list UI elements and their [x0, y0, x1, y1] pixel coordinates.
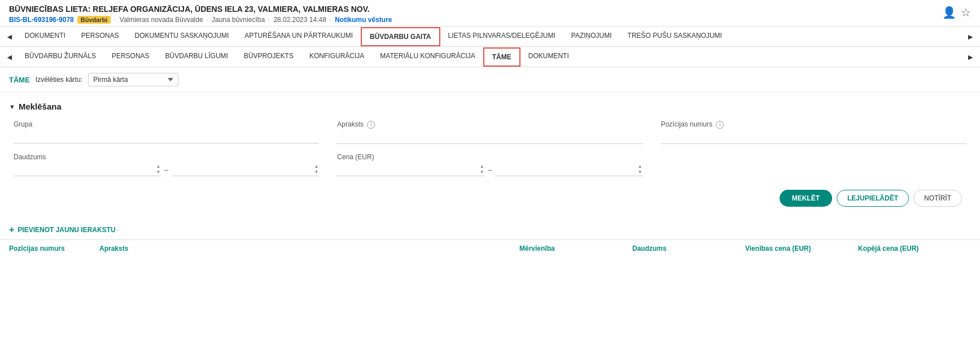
- cena-to-up[interactable]: ▲: [637, 164, 643, 169]
- nav-item-personas[interactable]: PERSONAS: [73, 27, 127, 46]
- pozicijas-numurs-input[interactable]: [661, 131, 966, 144]
- user-icon[interactable]: 👤: [942, 6, 956, 19]
- plus-icon: +: [9, 225, 14, 235]
- daudzums-from-spinner: ▲ ▼: [155, 164, 161, 175]
- search-section-toggle[interactable]: ▼ Meklēšana: [9, 102, 971, 111]
- subnav-item-buvprojekts[interactable]: BŪVPROJEKTS: [236, 47, 301, 67]
- th-daudzums: Daudzums: [632, 245, 745, 252]
- cena-range-row: ▲ ▼ – ▲ ▼: [337, 163, 642, 176]
- tame-karta-select[interactable]: Pirmā kārta Otrā kārta Trešā kārta: [88, 73, 178, 86]
- top-nav-next-arrow[interactable]: ►: [963, 32, 978, 41]
- nav-item-apturesa[interactable]: APTURĒŠANA UN PĀRTRAUKUMI: [237, 27, 361, 46]
- search-section: ▼ Meklēšana Grupa Apraksts i Pozīcijas n…: [0, 93, 980, 218]
- top-nav: ◄ DOKUMENTI PERSONAS DOKUMENTU SASKAŅOJU…: [0, 27, 980, 47]
- th-mervieniba: Mērvienība: [519, 245, 632, 252]
- page-title: BŪVNIECĪBAS LIETA: RELJEFA ORGANIZĀCIJA,…: [9, 5, 971, 14]
- subnav-item-buvdarbu-zurnals[interactable]: BŪVDARBU ŽURNĀLS: [17, 47, 104, 67]
- add-record-label: PIEVIENOT JAUNU IERAKSTU: [18, 226, 115, 234]
- subnav-item-konfiguracija[interactable]: KONFIGURĀCIJA: [301, 47, 372, 67]
- sub-nav-prev-arrow[interactable]: ◄: [2, 53, 17, 62]
- cena-from-wrap: ▲ ▼: [337, 163, 484, 176]
- case-link[interactable]: BIS-BL-693196-9078: [9, 16, 74, 24]
- apraksts-info-icon[interactable]: i: [367, 121, 375, 129]
- cena-from-down[interactable]: ▼: [479, 169, 485, 175]
- cena-to-wrap: ▲ ▼: [495, 163, 642, 176]
- top-nav-items: DOKUMENTI PERSONAS DOKUMENTU SASKAŅOJUMI…: [17, 27, 963, 46]
- org-label: Valmieras novada Būvvalde: [120, 16, 203, 24]
- cena-label: Cena (EUR): [337, 153, 642, 161]
- th-pozicijas-numurs: Pozīcijas numurs: [9, 245, 99, 252]
- add-record-row[interactable]: + PIEVIENOT JAUNU IERAKSTU: [0, 218, 980, 239]
- cena-to-input[interactable]: [495, 163, 637, 176]
- empty-grid-cell: [661, 153, 966, 176]
- apraksts-label: Apraksts i: [337, 120, 642, 129]
- subnav-item-tame[interactable]: TĀME: [483, 47, 520, 67]
- notif-link[interactable]: Notikumu vēsture: [335, 16, 392, 24]
- apraksts-field-group: Apraksts i: [337, 120, 642, 144]
- pozicijas-numurs-field-group: Pozīcijas numurs i: [661, 120, 966, 144]
- search-button[interactable]: MEKLĒT: [780, 190, 832, 207]
- search-grid: Grupa Apraksts i Pozīcijas numurs i: [9, 120, 971, 176]
- sub-nav-next-arrow[interactable]: ►: [963, 53, 978, 62]
- daudzums-to-spinner: ▲ ▼: [313, 164, 319, 175]
- date-label: 28.02.2023 14:48: [273, 16, 326, 24]
- subnav-item-materialu-konfiguracija[interactable]: MATERIĀLU KONFIGURĀCIJA: [372, 47, 483, 67]
- top-nav-prev-arrow[interactable]: ◄: [2, 32, 17, 41]
- pozicijas-numurs-label: Pozīcijas numurs i: [661, 120, 966, 129]
- cena-to-spinner: ▲ ▼: [637, 164, 643, 175]
- star-icon[interactable]: ☆: [961, 6, 971, 19]
- sub-nav-items: BŪVDARBU ŽURNĀLS PERSONAS BŪVDARBU LĪGUM…: [17, 47, 963, 67]
- daudzums-from-down[interactable]: ▼: [155, 169, 161, 175]
- daudzums-label: Daudzums: [14, 153, 319, 161]
- type-label: Jauna būvniecība: [212, 16, 265, 24]
- daudzums-from-up[interactable]: ▲: [155, 164, 161, 169]
- search-section-title: Meklēšana: [19, 102, 62, 111]
- tame-select-label: Izvēlēties kārtu:: [36, 76, 82, 84]
- nav-item-dokumenti[interactable]: DOKUMENTI: [17, 27, 73, 46]
- daudzums-to-down[interactable]: ▼: [313, 169, 319, 175]
- cena-to-down[interactable]: ▼: [637, 169, 643, 175]
- meta-row: BIS-BL-693196-9078 Būvdarbi · Valmieras …: [9, 16, 971, 24]
- nav-item-dokumentu-saskanojumi[interactable]: DOKUMENTU SASKAŅOJUMI: [127, 27, 237, 46]
- daudzums-range-row: ▲ ▼ – ▲ ▼: [14, 163, 319, 176]
- nav-item-pazinojumi[interactable]: PAZIŅOJUMI: [563, 27, 620, 46]
- nav-item-treso-pusu[interactable]: TREŠO PUŠU SASKAŅOJUMI: [620, 27, 730, 46]
- grupa-field-group: Grupa: [14, 120, 319, 144]
- cena-from-spinner: ▲ ▼: [479, 164, 485, 175]
- daudzums-to-up[interactable]: ▲: [313, 164, 319, 169]
- subnav-item-buvdarbu-ligumi[interactable]: BŪVDARBU LĪGUMI: [158, 47, 236, 67]
- daudzums-from-input[interactable]: [14, 163, 155, 176]
- status-badge: Būvdarbi: [77, 16, 111, 24]
- table-header: Pozīcijas numurs Apraksts Mērvienība Dau…: [0, 239, 980, 257]
- clear-button[interactable]: NOTĪRĪT: [913, 190, 962, 207]
- tame-section-label: TĀME: [9, 76, 30, 84]
- daudzums-to-input[interactable]: [172, 163, 313, 176]
- nav-item-lietas-pilnvaras[interactable]: LIETAS PILNVARAS/DELEĢĒJUMI: [440, 27, 563, 46]
- nav-item-buvdarbu-gaita[interactable]: BŪVDARBU GAITA: [361, 27, 440, 46]
- cena-field-group: Cena (EUR) ▲ ▼ – ▲ ▼: [337, 153, 642, 176]
- cena-dash: –: [488, 166, 492, 174]
- download-button[interactable]: LEJUPIELĀDĒT: [837, 190, 909, 207]
- th-apraksts: Apraksts: [99, 245, 519, 252]
- cena-from-up[interactable]: ▲: [479, 164, 485, 169]
- top-header: BŪVNIECĪBAS LIETA: RELJEFA ORGANIZĀCIJA,…: [0, 0, 980, 27]
- tame-toolbar: TĀME Izvēlēties kārtu: Pirmā kārta Otrā …: [0, 67, 980, 93]
- daudzums-to-wrap: ▲ ▼: [172, 163, 319, 176]
- subnav-item-dokumenti[interactable]: DOKUMENTI: [520, 47, 577, 67]
- action-buttons: MEKLĒT LEJUPIELĀDĒT NOTĪRĪT: [9, 183, 971, 213]
- apraksts-input[interactable]: [337, 131, 642, 144]
- daudzums-field-group: Daudzums ▲ ▼ – ▲ ▼: [14, 153, 319, 176]
- daudzums-dash: –: [164, 166, 168, 174]
- daudzums-from-wrap: ▲ ▼: [14, 163, 161, 176]
- collapse-arrow: ▼: [9, 103, 15, 110]
- th-vienibas-cena: Vienības cena (EUR): [745, 245, 858, 252]
- cena-from-input[interactable]: [337, 163, 479, 176]
- th-kopeja-cena: Kopējā cena (EUR): [858, 245, 971, 252]
- grupa-input[interactable]: [14, 130, 319, 143]
- grupa-label: Grupa: [14, 120, 319, 128]
- pozicijas-numurs-info-icon[interactable]: i: [716, 121, 724, 129]
- subnav-item-personas[interactable]: PERSONAS: [104, 47, 158, 67]
- sub-nav: ◄ BŪVDARBU ŽURNĀLS PERSONAS BŪVDARBU LĪG…: [0, 47, 980, 67]
